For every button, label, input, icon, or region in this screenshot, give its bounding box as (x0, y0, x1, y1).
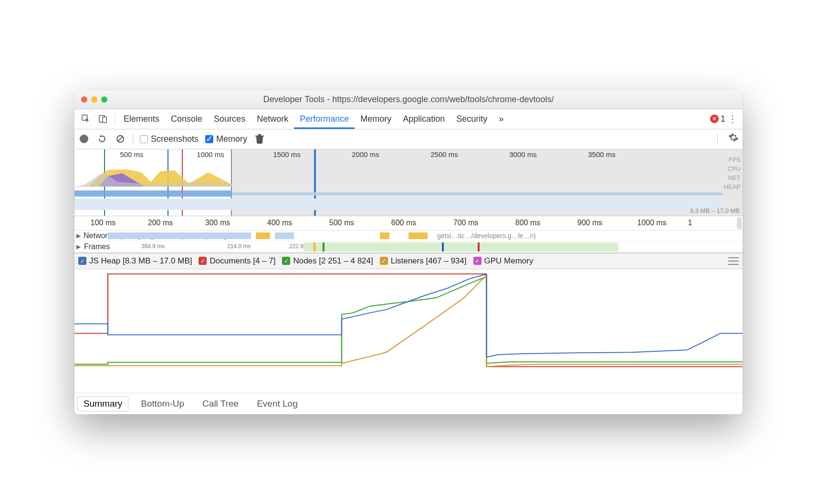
screenshots-checkbox[interactable]: Screenshots (140, 134, 199, 144)
tab-application[interactable]: Application (397, 109, 450, 129)
svg-rect-2 (103, 117, 106, 123)
memory-graph[interactable] (74, 269, 743, 393)
overview-lane-labels: FPS CPU NET HEAP (723, 155, 743, 191)
network-segment[interactable] (256, 232, 270, 239)
tab-performance[interactable]: Performance (294, 109, 355, 129)
divider (133, 133, 133, 145)
frame-marker (442, 242, 444, 252)
trash-button[interactable] (254, 133, 265, 145)
tab-network[interactable]: Network (251, 109, 294, 129)
ruler-tick: 600 ms (391, 219, 416, 227)
tab-memory[interactable]: Memory (355, 109, 397, 129)
track-frames-label: Frames (84, 242, 110, 251)
tabs-overflow-icon[interactable]: » (493, 109, 509, 129)
ruler-tick: 400 ms (267, 219, 292, 227)
lane-net: NET (723, 173, 741, 182)
track-network[interactable]: ▶ Network lopers.google.com/ (developers… (74, 231, 743, 241)
ov-tick: 1000 ms (197, 150, 224, 158)
tab-sources[interactable]: Sources (208, 109, 251, 129)
reload-record-button[interactable] (96, 133, 108, 145)
expand-triangle-icon[interactable]: ▶ (76, 232, 81, 239)
overview-net-bar (74, 190, 232, 197)
frames-area (304, 242, 618, 252)
device-toolbar-icon[interactable] (96, 112, 110, 126)
expand-triangle-icon[interactable]: ▶ (76, 243, 81, 250)
kebab-menu-icon[interactable]: ⋮ (725, 113, 740, 125)
cpu-flame-area (74, 168, 232, 187)
ov-tick: 2500 ms (430, 150, 458, 158)
lane-heap: HEAP (723, 182, 741, 191)
track-frames[interactable]: ▶ Frames 364.9 ms 214.0 ms 222.9 ms (74, 241, 743, 252)
frame-time: 364.9 ms (141, 243, 165, 250)
divider (115, 113, 115, 125)
flamechart-tracks[interactable]: ▶ Network lopers.google.com/ (developers… (74, 231, 743, 253)
ruler-tick: 900 ms (577, 219, 602, 227)
frame-time: 214.0 ms (227, 243, 251, 250)
legend-gpu[interactable]: ✓GPU Memory (473, 256, 534, 266)
overview-ticks: 500 ms 1000 ms 1500 ms 2000 ms 2500 ms 3… (74, 150, 743, 159)
ruler-tick: 800 ms (515, 219, 540, 227)
timeline-ruler[interactable]: 100 ms 200 ms 300 ms 400 ms 500 ms 600 m… (74, 216, 743, 231)
ruler-tick: 200 ms (148, 219, 173, 227)
frame-marker (323, 242, 325, 252)
ov-tick: 3500 ms (588, 150, 616, 158)
devtools-window: Developer Tools - https://developers.goo… (74, 90, 743, 414)
svg-rect-5 (255, 136, 264, 136)
legend-jsheap[interactable]: ✓JS Heap [8.3 MB – 17.0 MB] (78, 256, 192, 266)
lane-cpu: CPU (723, 164, 741, 173)
frame-marker (313, 242, 316, 252)
svg-line-4 (118, 136, 123, 141)
settings-gear-icon[interactable] (728, 132, 739, 146)
tab-security[interactable]: Security (450, 109, 493, 129)
panel-tabs: Elements Console Sources Network Perform… (74, 109, 743, 129)
overview-minimap[interactable]: 8.3 MB – 17.0 MB 500 ms 1000 ms 1500 ms … (74, 149, 743, 216)
overview-heap-area (74, 199, 723, 210)
details-tabs: Summary Bottom-Up Call Tree Event Log (74, 393, 743, 414)
memory-graph-svg (74, 269, 743, 393)
ruler-tick: 700 ms (453, 219, 478, 227)
tab-bottom-up[interactable]: Bottom-Up (135, 397, 190, 411)
perf-toolbar: Screenshots ✓ Memory (74, 129, 743, 149)
ov-tick: 1500 ms (273, 150, 301, 158)
legend-nodes[interactable]: ✓Nodes [2 251 – 4 824] (282, 256, 373, 266)
error-count-badge[interactable]: ✕ 1 (710, 114, 725, 124)
network-segment[interactable] (108, 232, 251, 239)
clear-button[interactable] (115, 133, 126, 145)
error-icon: ✕ (710, 115, 719, 123)
inspect-element-icon[interactable] (79, 112, 93, 126)
ov-tick: 500 ms (120, 150, 143, 158)
track-network-right: getsi…tic…/developers.g…le…n) (437, 232, 536, 240)
legend-listeners[interactable]: ✓Listeners [467 – 934] (380, 256, 467, 266)
tab-console[interactable]: Console (165, 109, 208, 129)
legend-menu-icon[interactable] (728, 257, 739, 265)
window-title: Developer Tools - https://developers.goo… (74, 94, 743, 105)
tab-elements[interactable]: Elements (118, 109, 165, 129)
ov-tick: 2000 ms (352, 150, 379, 158)
record-button[interactable] (78, 133, 90, 145)
scrollbar-vertical[interactable] (737, 217, 742, 229)
svg-rect-6 (258, 134, 261, 136)
memory-label: Memory (216, 134, 247, 144)
ruler-tick: 300 ms (205, 219, 230, 227)
network-segment[interactable] (275, 232, 294, 239)
screenshots-label: Screenshots (151, 134, 199, 144)
lane-fps: FPS (723, 155, 741, 164)
tab-call-tree[interactable]: Call Tree (197, 397, 244, 411)
ruler-tick: 500 ms (329, 219, 354, 227)
window-titlebar: Developer Tools - https://developers.goo… (74, 90, 743, 109)
memory-legend: ✓JS Heap [8.3 MB – 17.0 MB] ✓Documents [… (74, 253, 743, 269)
ruler-tick: 1000 ms (637, 219, 666, 227)
tab-event-log[interactable]: Event Log (251, 397, 304, 411)
track-network-label: Network (84, 231, 112, 240)
network-segment[interactable] (408, 232, 428, 239)
legend-documents[interactable]: ✓Documents [4 – 7] (199, 256, 275, 266)
ruler-tick: 100 ms (91, 219, 115, 227)
divider (717, 133, 718, 145)
overview-heap-range: 8.3 MB – 17.0 MB (690, 207, 740, 214)
tab-summary[interactable]: Summary (77, 396, 128, 411)
memory-checkbox[interactable]: ✓ Memory (205, 134, 247, 144)
network-segment[interactable] (380, 232, 389, 239)
overview-net-rest (232, 192, 723, 195)
checkbox-icon: ✓ (205, 135, 213, 143)
checkbox-icon (140, 135, 148, 143)
